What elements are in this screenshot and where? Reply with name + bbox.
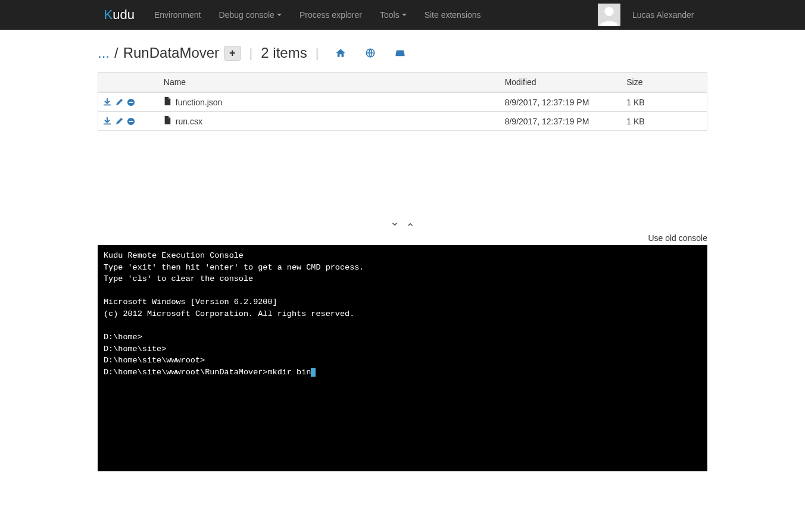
console-current-line[interactable]: D:\home\site\wwwroot\RunDataMover>mkdir … (104, 368, 311, 377)
nav-items: Environment Debug console Process explor… (145, 0, 490, 30)
disk-icon[interactable] (395, 48, 405, 58)
edit-icon[interactable] (115, 98, 123, 107)
file-name: function.json (176, 98, 223, 107)
nav-debug-console[interactable]: Debug console (210, 0, 291, 30)
navbar: Kudu Environment Debug console Process e… (0, 0, 805, 30)
col-header-actions (98, 73, 159, 93)
table-row[interactable]: function.json8/9/2017, 12:37:19 PM1 KB (98, 92, 707, 112)
svg-rect-2 (396, 55, 405, 56)
brand-rest: udu (113, 7, 135, 23)
file-modified: 8/9/2017, 12:37:19 PM (500, 112, 622, 131)
chevron-down-icon[interactable] (389, 220, 400, 229)
breadcrumb-separator: / (114, 45, 118, 61)
nav-tools[interactable]: Tools (371, 0, 416, 30)
splitter-handle[interactable] (98, 220, 707, 229)
svg-rect-4 (129, 102, 133, 103)
breadcrumb: ... / RunDataMover + | 2 items | (98, 45, 707, 61)
delete-icon[interactable] (127, 98, 135, 107)
vertical-separator: | (316, 45, 319, 61)
file-size: 1 KB (622, 112, 707, 131)
nav-site-extensions[interactable]: Site extensions (416, 0, 490, 30)
svg-rect-6 (129, 121, 133, 122)
vertical-separator: | (249, 45, 253, 61)
file-icon (164, 116, 171, 126)
file-size: 1 KB (622, 92, 707, 112)
nav-process-explorer[interactable]: Process explorer (291, 0, 371, 30)
item-count: 2 items (261, 45, 307, 61)
file-name: run.csx (176, 117, 202, 126)
use-old-console-link[interactable]: Use old console (98, 233, 707, 243)
caret-down-icon (402, 14, 407, 16)
edit-icon[interactable] (115, 117, 123, 126)
username[interactable]: Lucas Alexander (632, 10, 703, 20)
brand-k: K (104, 7, 113, 23)
globe-icon[interactable] (365, 48, 376, 58)
download-icon[interactable] (103, 117, 111, 126)
download-icon[interactable] (103, 98, 111, 107)
avatar[interactable] (598, 4, 620, 26)
brand-logo[interactable]: Kudu (93, 0, 145, 30)
chevron-up-icon[interactable] (405, 220, 416, 229)
file-table: Name Modified Size function.json8/9/2017… (98, 72, 707, 131)
console-cursor (311, 368, 316, 377)
console[interactable]: Kudu Remote Execution Console Type 'exit… (98, 245, 707, 471)
file-modified: 8/9/2017, 12:37:19 PM (500, 92, 622, 112)
file-icon (164, 97, 171, 107)
nav-environment[interactable]: Environment (145, 0, 210, 30)
breadcrumb-current: RunDataMover (123, 45, 219, 61)
breadcrumb-parent-ellipsis[interactable]: ... (98, 45, 110, 61)
table-row[interactable]: run.csx8/9/2017, 12:37:19 PM1 KB (98, 112, 707, 131)
svg-point-0 (604, 7, 613, 16)
col-header-name[interactable]: Name (159, 73, 500, 93)
home-icon[interactable] (335, 48, 346, 58)
delete-icon[interactable] (127, 117, 135, 126)
caret-down-icon (277, 14, 282, 16)
col-header-size[interactable]: Size (622, 73, 707, 93)
add-button[interactable]: + (224, 46, 241, 61)
col-header-modified[interactable]: Modified (500, 73, 622, 93)
